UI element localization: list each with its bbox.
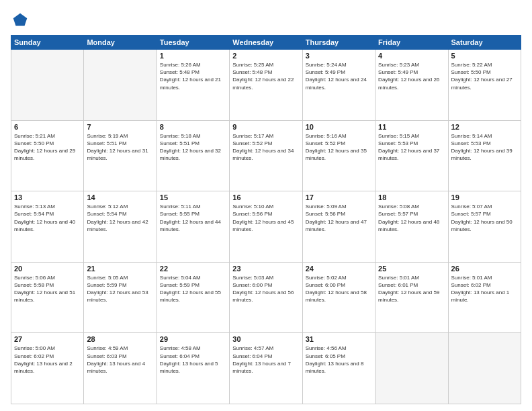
- header-row: SundayMondayTuesdayWednesdayThursdayFrid…: [11, 36, 521, 50]
- day-number: 30: [232, 335, 299, 343]
- day-number: 25: [378, 265, 445, 273]
- cell-info: Sunrise: 4:58 AMSunset: 6:04 PMDaylight:…: [160, 345, 226, 375]
- day-number: 29: [160, 335, 226, 343]
- calendar-cell: 23Sunrise: 5:03 AMSunset: 6:00 PMDayligh…: [230, 262, 302, 333]
- calendar-cell: 27Sunrise: 5:00 AMSunset: 6:02 PMDayligh…: [11, 333, 84, 404]
- calendar-week-row: 20Sunrise: 5:06 AMSunset: 5:58 PMDayligh…: [11, 262, 521, 333]
- cell-info: Sunrise: 5:08 AMSunset: 5:57 PMDaylight:…: [378, 203, 445, 233]
- cell-info: Sunrise: 5:07 AMSunset: 5:57 PMDaylight:…: [451, 203, 518, 233]
- calendar-cell: 11Sunrise: 5:15 AMSunset: 5:53 PMDayligh…: [375, 120, 448, 191]
- calendar-cell: 12Sunrise: 5:14 AMSunset: 5:53 PMDayligh…: [448, 120, 521, 191]
- weekday-header: Monday: [84, 36, 157, 50]
- day-number: 5: [451, 52, 518, 60]
- calendar-week-row: 6Sunrise: 5:21 AMSunset: 5:50 PMDaylight…: [11, 120, 521, 191]
- cell-info: Sunrise: 5:05 AMSunset: 5:59 PMDaylight:…: [87, 274, 153, 304]
- calendar-cell: 30Sunrise: 4:57 AMSunset: 6:04 PMDayligh…: [230, 333, 302, 404]
- cell-info: Sunrise: 5:01 AMSunset: 6:02 PMDaylight:…: [451, 274, 518, 304]
- day-number: 18: [378, 193, 445, 201]
- day-number: 22: [160, 265, 226, 273]
- logo-icon: [11, 11, 30, 30]
- calendar-week-row: 13Sunrise: 5:13 AMSunset: 5:54 PMDayligh…: [11, 191, 521, 263]
- day-number: 28: [87, 335, 153, 343]
- day-number: 2: [232, 52, 299, 60]
- calendar-cell: 24Sunrise: 5:02 AMSunset: 6:00 PMDayligh…: [302, 262, 375, 333]
- calendar-cell: 21Sunrise: 5:05 AMSunset: 5:59 PMDayligh…: [84, 262, 157, 333]
- cell-info: Sunrise: 5:19 AMSunset: 5:51 PMDaylight:…: [87, 132, 153, 163]
- cell-info: Sunrise: 5:10 AMSunset: 5:56 PMDaylight:…: [232, 203, 299, 233]
- cell-info: Sunrise: 5:23 AMSunset: 5:49 PMDaylight:…: [378, 61, 445, 91]
- header: [11, 11, 521, 30]
- cell-info: Sunrise: 5:06 AMSunset: 5:58 PMDaylight:…: [14, 274, 81, 304]
- day-number: 20: [14, 265, 81, 273]
- day-number: 4: [378, 52, 445, 60]
- cell-info: Sunrise: 5:04 AMSunset: 5:59 PMDaylight:…: [160, 274, 226, 304]
- day-number: 14: [87, 193, 153, 201]
- calendar-cell: 26Sunrise: 5:01 AMSunset: 6:02 PMDayligh…: [448, 262, 521, 333]
- cell-info: Sunrise: 4:56 AMSunset: 6:05 PMDaylight:…: [306, 345, 372, 375]
- day-number: 6: [14, 123, 81, 131]
- day-number: 8: [160, 123, 226, 131]
- day-number: 12: [451, 123, 518, 131]
- weekday-header: Tuesday: [157, 36, 229, 50]
- day-number: 31: [306, 335, 372, 343]
- calendar-cell: 25Sunrise: 5:01 AMSunset: 6:01 PMDayligh…: [375, 262, 448, 333]
- cell-info: Sunrise: 5:09 AMSunset: 5:56 PMDaylight:…: [306, 203, 372, 233]
- cell-info: Sunrise: 5:25 AMSunset: 5:48 PMDaylight:…: [232, 61, 299, 91]
- calendar-week-row: 27Sunrise: 5:00 AMSunset: 6:02 PMDayligh…: [11, 333, 521, 404]
- cell-info: Sunrise: 5:16 AMSunset: 5:52 PMDaylight:…: [306, 132, 372, 163]
- calendar-cell: [448, 333, 521, 404]
- weekday-header: Wednesday: [230, 36, 302, 50]
- calendar-cell: 29Sunrise: 4:58 AMSunset: 6:04 PMDayligh…: [157, 333, 229, 404]
- cell-info: Sunrise: 5:22 AMSunset: 5:50 PMDaylight:…: [451, 61, 518, 91]
- calendar-week-row: 1Sunrise: 5:26 AMSunset: 5:48 PMDaylight…: [11, 50, 521, 121]
- calendar-cell: 19Sunrise: 5:07 AMSunset: 5:57 PMDayligh…: [448, 191, 521, 263]
- calendar-cell: 2Sunrise: 5:25 AMSunset: 5:48 PMDaylight…: [230, 50, 302, 121]
- cell-info: Sunrise: 5:12 AMSunset: 5:54 PMDaylight:…: [87, 203, 153, 233]
- cell-info: Sunrise: 5:15 AMSunset: 5:53 PMDaylight:…: [378, 132, 445, 163]
- calendar-cell: 6Sunrise: 5:21 AMSunset: 5:50 PMDaylight…: [11, 120, 84, 191]
- cell-info: Sunrise: 5:13 AMSunset: 5:54 PMDaylight:…: [14, 203, 81, 233]
- day-number: 9: [232, 123, 299, 131]
- calendar-cell: 3Sunrise: 5:24 AMSunset: 5:49 PMDaylight…: [302, 50, 375, 121]
- calendar-cell: 10Sunrise: 5:16 AMSunset: 5:52 PMDayligh…: [302, 120, 375, 191]
- calendar-cell: 8Sunrise: 5:18 AMSunset: 5:51 PMDaylight…: [157, 120, 229, 191]
- weekday-header: Sunday: [11, 36, 84, 50]
- cell-info: Sunrise: 5:24 AMSunset: 5:49 PMDaylight:…: [306, 61, 372, 91]
- calendar-header: SundayMondayTuesdayWednesdayThursdayFrid…: [11, 36, 521, 50]
- day-number: 7: [87, 123, 153, 131]
- cell-info: Sunrise: 5:01 AMSunset: 6:01 PMDaylight:…: [378, 274, 445, 304]
- cell-info: Sunrise: 5:00 AMSunset: 6:02 PMDaylight:…: [14, 345, 81, 375]
- cell-info: Sunrise: 5:21 AMSunset: 5:50 PMDaylight:…: [14, 132, 81, 163]
- page: SundayMondayTuesdayWednesdayThursdayFrid…: [0, 0, 532, 411]
- cell-info: Sunrise: 5:03 AMSunset: 6:00 PMDaylight:…: [232, 274, 299, 304]
- day-number: 26: [451, 265, 518, 273]
- calendar-cell: 5Sunrise: 5:22 AMSunset: 5:50 PMDaylight…: [448, 50, 521, 121]
- calendar-cell: 28Sunrise: 4:59 AMSunset: 6:03 PMDayligh…: [84, 333, 157, 404]
- day-number: 10: [306, 123, 372, 131]
- day-number: 19: [451, 193, 518, 201]
- day-number: 16: [232, 193, 299, 201]
- calendar-cell: [84, 50, 157, 121]
- day-number: 24: [306, 265, 372, 273]
- calendar-cell: 7Sunrise: 5:19 AMSunset: 5:51 PMDaylight…: [84, 120, 157, 191]
- calendar-cell: 18Sunrise: 5:08 AMSunset: 5:57 PMDayligh…: [375, 191, 448, 263]
- calendar-cell: 1Sunrise: 5:26 AMSunset: 5:48 PMDaylight…: [157, 50, 229, 121]
- day-number: 11: [378, 123, 445, 131]
- calendar-cell: 22Sunrise: 5:04 AMSunset: 5:59 PMDayligh…: [157, 262, 229, 333]
- day-number: 23: [232, 265, 299, 273]
- calendar-cell: 14Sunrise: 5:12 AMSunset: 5:54 PMDayligh…: [84, 191, 157, 263]
- day-number: 3: [306, 52, 372, 60]
- day-number: 17: [306, 193, 372, 201]
- calendar-cell: 4Sunrise: 5:23 AMSunset: 5:49 PMDaylight…: [375, 50, 448, 121]
- calendar-cell: 9Sunrise: 5:17 AMSunset: 5:52 PMDaylight…: [230, 120, 302, 191]
- cell-info: Sunrise: 5:17 AMSunset: 5:52 PMDaylight:…: [232, 132, 299, 163]
- day-number: 27: [14, 335, 81, 343]
- calendar-cell: 31Sunrise: 4:56 AMSunset: 6:05 PMDayligh…: [302, 333, 375, 404]
- day-number: 13: [14, 193, 81, 201]
- calendar-table: SundayMondayTuesdayWednesdayThursdayFrid…: [11, 35, 521, 404]
- cell-info: Sunrise: 5:26 AMSunset: 5:48 PMDaylight:…: [160, 61, 226, 91]
- cell-info: Sunrise: 5:02 AMSunset: 6:00 PMDaylight:…: [306, 274, 372, 304]
- calendar-cell: 20Sunrise: 5:06 AMSunset: 5:58 PMDayligh…: [11, 262, 84, 333]
- weekday-header: Friday: [375, 36, 448, 50]
- calendar-body: 1Sunrise: 5:26 AMSunset: 5:48 PMDaylight…: [11, 50, 521, 404]
